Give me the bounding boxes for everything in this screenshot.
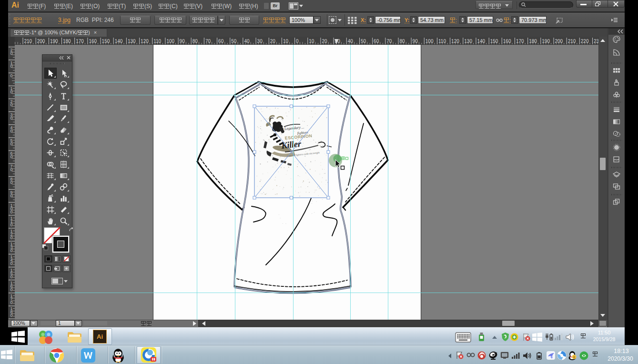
svg-text:180: 180 bbox=[63, 39, 71, 44]
svg-text:70: 70 bbox=[386, 39, 392, 44]
svg-text:110: 110 bbox=[438, 39, 446, 44]
svg-text:120: 120 bbox=[141, 39, 149, 44]
svg-text:60: 60 bbox=[218, 39, 224, 44]
svg-text:30: 30 bbox=[257, 39, 263, 44]
svg-text:210: 210 bbox=[24, 39, 32, 44]
svg-text:90: 90 bbox=[413, 39, 418, 44]
svg-text:0: 0 bbox=[10, 73, 12, 78]
svg-text:190: 190 bbox=[542, 39, 550, 44]
svg-text:210: 210 bbox=[568, 39, 576, 44]
svg-text:200: 200 bbox=[555, 39, 563, 44]
svg-text:130: 130 bbox=[464, 39, 472, 44]
svg-text:100: 100 bbox=[425, 39, 434, 44]
svg-text:90: 90 bbox=[180, 39, 185, 44]
svg-text:120: 120 bbox=[451, 39, 459, 44]
svg-text:230: 230 bbox=[594, 39, 598, 44]
svg-text:150: 150 bbox=[102, 39, 110, 44]
svg-text:10: 10 bbox=[283, 39, 289, 44]
svg-text:140: 140 bbox=[477, 39, 486, 44]
svg-text:70: 70 bbox=[205, 39, 211, 44]
svg-text:160: 160 bbox=[89, 39, 97, 44]
svg-text:150: 150 bbox=[490, 39, 498, 44]
svg-text:100: 100 bbox=[166, 39, 174, 44]
svg-text:40: 40 bbox=[348, 39, 354, 44]
svg-text:40: 40 bbox=[244, 39, 250, 44]
svg-text:130: 130 bbox=[128, 39, 136, 44]
svg-text:10: 10 bbox=[309, 39, 314, 44]
svg-text:190: 190 bbox=[50, 39, 58, 44]
svg-text:50: 50 bbox=[231, 39, 237, 44]
svg-text:80: 80 bbox=[192, 39, 198, 44]
svg-text:160: 160 bbox=[503, 39, 511, 44]
svg-text:220: 220 bbox=[581, 39, 589, 44]
svg-text:80: 80 bbox=[400, 39, 405, 44]
svg-text:170: 170 bbox=[516, 39, 524, 44]
svg-text:0: 0 bbox=[296, 39, 299, 44]
svg-text:20: 20 bbox=[322, 39, 327, 44]
svg-text:20: 20 bbox=[270, 39, 276, 44]
svg-text:170: 170 bbox=[76, 39, 84, 44]
svg-text:110: 110 bbox=[153, 39, 161, 44]
svg-text:50: 50 bbox=[361, 39, 366, 44]
svg-text:180: 180 bbox=[529, 39, 537, 44]
svg-text:200: 200 bbox=[37, 39, 45, 44]
svg-text:140: 140 bbox=[115, 39, 123, 44]
svg-text:60: 60 bbox=[374, 39, 379, 44]
